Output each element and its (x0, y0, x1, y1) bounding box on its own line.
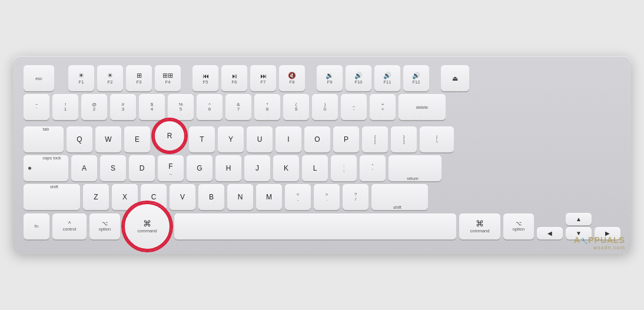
caps-lock-indicator (28, 167, 31, 170)
key-i[interactable]: I (275, 126, 301, 152)
key-s[interactable]: S (100, 155, 126, 181)
key-period[interactable]: > . (314, 184, 340, 210)
key-f10[interactable]: 🔊 F10 (346, 65, 371, 91)
key-command-left[interactable]: ⌘ command (123, 202, 171, 251)
key-fn[interactable]: fn (24, 214, 49, 239)
key-f11[interactable]: 🔊 F11 (374, 65, 400, 91)
key-f6[interactable]: ⏯ F6 (221, 65, 247, 91)
key-backtick[interactable]: ~ ` (24, 94, 49, 120)
key-7[interactable]: & 7 (225, 94, 251, 120)
key-h[interactable]: H (215, 155, 241, 181)
key-o[interactable]: O (304, 126, 330, 152)
key-power[interactable]: ⏏ (441, 65, 469, 91)
key-tab[interactable]: tab (24, 126, 64, 152)
key-u[interactable]: U (247, 126, 273, 152)
key-q[interactable]: Q (67, 126, 92, 152)
key-k[interactable]: K (273, 155, 299, 181)
key-arrow-up[interactable]: ▲ (566, 213, 592, 225)
keyboard: esc ☀ F1 ☀ F2 ⊞ F3 ⊞⊞ F4 ⏮ F5 ⏯ F6 (13, 56, 631, 254)
key-z[interactable]: Z (83, 184, 109, 210)
zxcv-row: shift Z X C V B N M < , > . (24, 184, 620, 210)
key-option-left[interactable]: ⌥ option (89, 214, 120, 239)
number-row: ~ ` ! 1 @ 2 # 3 $ 4 % 5 ^ 6 & 7 (24, 94, 620, 120)
key-1[interactable]: ! 1 (52, 94, 78, 120)
key-t[interactable]: T (189, 126, 215, 152)
key-quote[interactable]: " ' (360, 155, 386, 181)
key-backslash[interactable]: | \ (420, 126, 454, 152)
key-f12[interactable]: 🔊 F12 (403, 65, 429, 91)
key-command-right[interactable]: ⌘ command (459, 214, 500, 239)
key-f2[interactable]: ☀ F2 (97, 65, 123, 91)
key-v[interactable]: V (170, 184, 195, 210)
watermark: A🔧PPUALS wsxdn.com (574, 235, 625, 251)
key-shift-right[interactable]: shift (371, 184, 428, 210)
key-b[interactable]: B (198, 184, 224, 210)
key-option-right[interactable]: ⌥ option (503, 214, 534, 239)
key-slash[interactable]: ? / (343, 184, 369, 210)
key-6[interactable]: ^ 6 (197, 94, 223, 120)
key-lbracket[interactable]: { [ (362, 126, 388, 152)
key-f8[interactable]: 🔇 F8 (279, 65, 305, 91)
key-4[interactable]: $ 4 (139, 94, 165, 120)
watermark-logo: A🔧PPUALS (574, 235, 625, 245)
fn-key-row: esc ☀ F1 ☀ F2 ⊞ F3 ⊞⊞ F4 ⏮ F5 ⏯ F6 (24, 65, 620, 91)
key-g[interactable]: G (187, 155, 213, 181)
key-n[interactable]: N (227, 184, 253, 210)
key-f9[interactable]: 🔉 F9 (317, 65, 343, 91)
key-control[interactable]: ^ control (52, 214, 87, 239)
key-9[interactable]: ( 9 (283, 94, 309, 120)
key-2[interactable]: @ 2 (81, 94, 107, 120)
key-3[interactable]: # 3 (110, 94, 136, 120)
key-w[interactable]: W (95, 126, 121, 152)
bottom-row: fn ^ control ⌥ option ⌘ command ⌘ comman… (24, 213, 620, 239)
key-d[interactable]: D (129, 155, 155, 181)
key-0[interactable]: ) 0 (312, 94, 338, 120)
key-a[interactable]: A (71, 155, 97, 181)
key-e[interactable]: E (124, 126, 150, 152)
key-f4[interactable]: ⊞⊞ F4 (155, 65, 181, 91)
key-r[interactable]: R (153, 119, 186, 152)
key-j[interactable]: J (244, 155, 270, 181)
key-f7[interactable]: ⏭ F7 (250, 65, 276, 91)
key-m[interactable]: M (256, 184, 282, 210)
key-semicolon[interactable]: : ; (331, 155, 357, 181)
key-f3[interactable]: ⊞ F3 (126, 65, 152, 91)
key-5[interactable]: % 5 (168, 94, 194, 120)
key-l[interactable]: L (302, 155, 328, 181)
key-f5[interactable]: ⏮ F5 (192, 65, 218, 91)
asdf-row: caps lock A S D F _ G H J K L : (24, 155, 620, 181)
key-y[interactable]: Y (218, 126, 244, 152)
key-delete[interactable]: delete (399, 94, 446, 120)
key-equals[interactable]: + = (370, 94, 396, 120)
key-return[interactable]: return (389, 155, 441, 181)
key-capslock[interactable]: caps lock (24, 155, 68, 181)
key-f1[interactable]: ☀ F1 (68, 65, 94, 91)
key-shift-left[interactable]: shift (24, 184, 80, 210)
key-8[interactable]: * 8 (254, 94, 280, 120)
key-arrow-left[interactable]: ◀ (537, 227, 563, 239)
key-rbracket[interactable]: } ] (391, 126, 417, 152)
watermark-domain: wsxdn.com (574, 245, 625, 251)
key-minus[interactable]: _ - (341, 94, 367, 120)
qwerty-row: tab Q W E R T Y U I O P (24, 123, 620, 152)
key-comma[interactable]: < , (285, 184, 311, 210)
key-esc[interactable]: esc (24, 65, 54, 91)
key-space[interactable] (174, 214, 456, 239)
key-f[interactable]: F _ (158, 155, 184, 181)
key-p[interactable]: P (333, 126, 359, 152)
